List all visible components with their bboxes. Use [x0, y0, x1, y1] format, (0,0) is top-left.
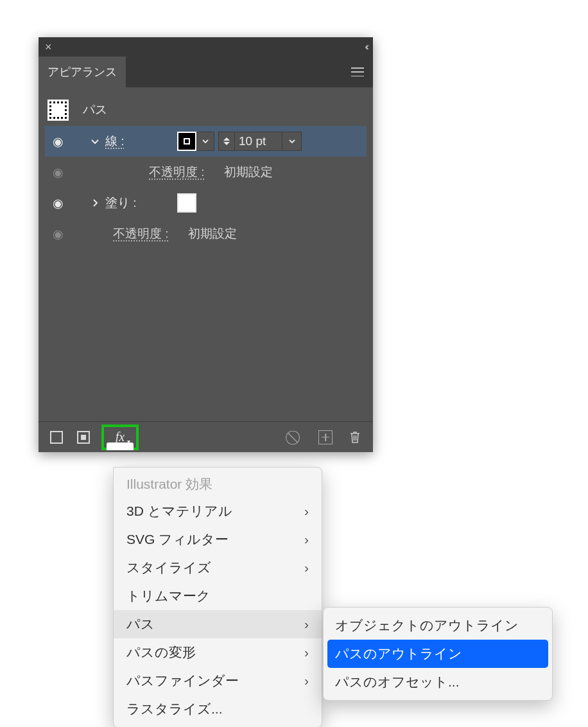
menu-item-pathfinder[interactable]: パスファインダー › — [114, 667, 322, 695]
path-submenu[interactable]: オブジェクトのアウトライン パスのアウトライン パスのオフセット... — [323, 607, 553, 701]
visibility-toggle-icon[interactable]: ◉ — [53, 165, 64, 180]
visibility-toggle-icon[interactable]: ◉ — [53, 196, 64, 211]
panel-topbar: × ‹‹ — [39, 37, 373, 57]
menu-item-label: 3D とマテリアル — [126, 502, 232, 520]
visibility-toggle-icon[interactable]: ◉ — [53, 134, 64, 149]
menu-item-svg-filter[interactable]: SVG フィルター › — [114, 525, 322, 554]
stroke-weight-stepper[interactable] — [218, 132, 235, 151]
opacity-value: 初期設定 — [188, 225, 237, 242]
menu-item-label: スタイライズ — [126, 559, 211, 577]
appearance-panel: × ‹‹ アピアランス パス ◉ 線 : — [39, 37, 373, 452]
new-fill-icon[interactable] — [74, 428, 92, 446]
opacity-label[interactable]: 不透明度 : — [149, 164, 205, 180]
submenu-item-label: オブジェクトのアウトライン — [335, 618, 519, 633]
menu-item-path[interactable]: パス › — [114, 610, 322, 638]
menu-item-label: トリムマーク — [126, 587, 211, 605]
menu-item-label: パスの変形 — [126, 644, 196, 661]
close-icon[interactable]: × — [45, 41, 52, 53]
submenu-item-label: パスのアウトライン — [335, 646, 462, 661]
title-row: パス — [45, 94, 367, 126]
menu-item-stylize[interactable]: スタイライズ › — [114, 554, 322, 582]
panel-menu-button[interactable] — [342, 57, 373, 87]
chevron-right-icon: › — [304, 645, 309, 660]
stroke-color-dropdown[interactable] — [196, 132, 214, 151]
chevron-right-icon: › — [304, 617, 309, 632]
disclosure-toggle[interactable] — [85, 137, 105, 146]
submenu-item-offset-path[interactable]: パスのオフセット... — [324, 668, 552, 696]
menu-item-trim-marks[interactable]: トリムマーク — [114, 582, 322, 610]
stroke-weight-dropdown[interactable] — [282, 132, 302, 151]
submenu-item-label: パスのオフセット... — [335, 674, 460, 689]
menu-item-label: パスファインダー — [126, 672, 239, 690]
panel-footer: fx▾ ⃠ — [39, 421, 373, 452]
chevron-right-icon: › — [304, 560, 309, 575]
fill-opacity-row: ◉ 不透明度 : 初期設定 — [45, 218, 367, 249]
menu-item-label: ラスタライズ... — [126, 700, 223, 718]
hamburger-icon — [351, 67, 364, 76]
opacity-label[interactable]: 不透明度 : — [113, 225, 169, 242]
object-type-label: パス — [83, 101, 107, 118]
fill-label: 塗り : — [105, 196, 137, 209]
path-thumbnail-icon — [48, 100, 69, 121]
submenu-item-object-outline[interactable]: オブジェクトのアウトライン — [324, 611, 552, 640]
menu-item-label: SVG フィルター — [126, 530, 229, 548]
stroke-row[interactable]: ◉ 線 : 10 pt — [45, 126, 367, 157]
stroke-weight-field[interactable]: 10 pt — [235, 132, 282, 151]
stroke-label[interactable]: 線 : — [105, 134, 125, 148]
chevron-right-icon: › — [304, 504, 309, 519]
new-stroke-icon[interactable] — [48, 428, 65, 446]
panel-empty-area — [45, 249, 367, 421]
chevron-right-icon: › — [304, 532, 309, 547]
panel-tabbar: アピアランス — [39, 57, 373, 87]
tab-appearance[interactable]: アピアランス — [39, 57, 126, 87]
fill-row[interactable]: ◉ 塗り : — [45, 188, 367, 218]
duplicate-icon[interactable] — [316, 428, 334, 446]
stroke-color-swatch[interactable] — [177, 132, 196, 151]
menu-item-3d[interactable]: 3D とマテリアル › — [114, 497, 322, 525]
submenu-item-outline-stroke[interactable]: パスのアウトライン — [327, 640, 548, 668]
fill-color-swatch[interactable] — [177, 193, 196, 213]
panel-body: パス ◉ 線 : 10 pt — [39, 87, 373, 421]
menu-item-rasterize[interactable]: ラスタライズ... — [114, 695, 322, 723]
effects-menu[interactable]: Illustrator 効果 3D とマテリアル › SVG フィルター › ス… — [113, 467, 322, 727]
delete-icon[interactable] — [346, 428, 364, 446]
add-effect-button[interactable]: fx▾ — [101, 425, 139, 450]
menu-header: Illustrator 効果 — [114, 471, 322, 497]
collapse-icon[interactable]: ‹‹ — [365, 42, 367, 52]
menu-item-label: パス — [126, 615, 155, 633]
stroke-opacity-row: ◉ 不透明度 : 初期設定 — [45, 157, 367, 188]
disclosure-toggle[interactable] — [85, 198, 105, 207]
chevron-right-icon: › — [304, 673, 309, 688]
opacity-value: 初期設定 — [224, 164, 273, 180]
menu-item-distort[interactable]: パスの変形 › — [114, 638, 322, 667]
clear-appearance-icon[interactable]: ⃠ — [287, 428, 305, 446]
visibility-toggle-icon[interactable]: ◉ — [53, 227, 64, 241]
